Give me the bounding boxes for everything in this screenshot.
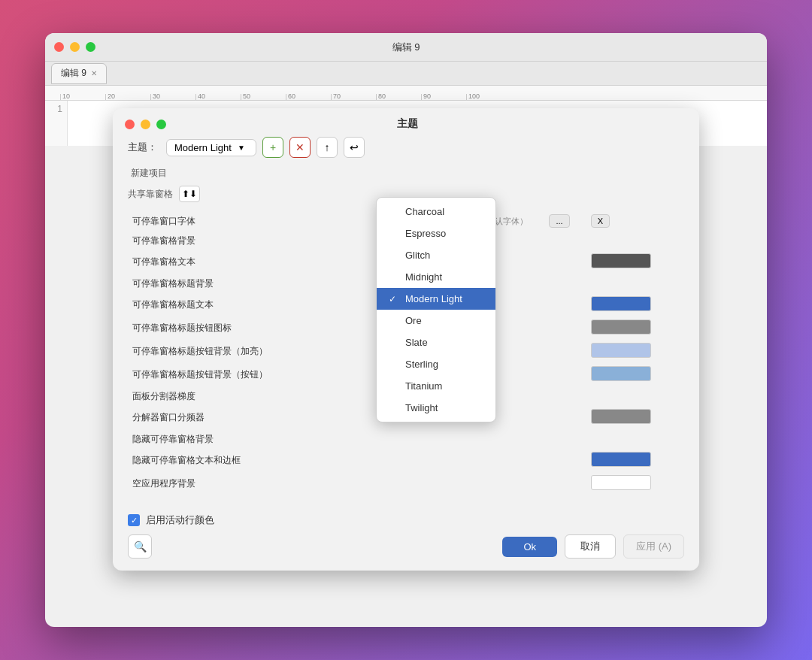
color-swatch-cell[interactable] — [586, 316, 684, 340]
theme-selector[interactable]: Modern Light ▼ — [166, 139, 256, 156]
dialog-maximize-button[interactable] — [156, 120, 166, 129]
export-theme-button[interactable]: ↑ — [317, 137, 338, 158]
tab-close-icon[interactable]: ✕ — [91, 69, 97, 77]
dropdown-item-label: Slate — [405, 337, 428, 348]
traffic-lights — [54, 42, 95, 52]
dialog-minimize-button[interactable] — [141, 120, 150, 129]
title-bar: 编辑 9 — [45, 33, 767, 62]
ruler: 10 20 30 40 50 60 70 80 90 100 — [45, 86, 767, 101]
dropdown-item-label: Modern Light — [405, 293, 462, 304]
shared-window-stepper[interactable]: ⬆⬇ — [179, 186, 200, 202]
ruler-mark: 100 — [466, 94, 511, 100]
delete-theme-button[interactable]: ✕ — [289, 137, 311, 158]
color-swatch-white[interactable] — [591, 475, 651, 490]
ruler-mark: 40 — [195, 94, 241, 100]
tab-editor9[interactable]: 编辑 9 ✕ — [51, 63, 107, 84]
theme-dropdown-menu: Charcoal Espresso Glitch Midnight ✓ Mode… — [376, 197, 496, 422]
theme-row: 主题： Modern Light ▼ + ✕ ↑ ↩ — [128, 137, 684, 158]
ruler-mark: 30 — [150, 94, 195, 100]
color-swatch-dark-blue[interactable] — [591, 452, 651, 467]
search-button[interactable]: 🔍 — [128, 534, 152, 559]
shared-window-label: 共享靠窗格 — [128, 188, 173, 201]
dropdown-item-sterling[interactable]: Sterling — [377, 353, 495, 375]
dialog-bottom: ✓ 启用活动行颜色 🔍 Ok 取消 应用 (A) — [113, 507, 699, 571]
mac-window: 编辑 9 编辑 9 ✕ 10 20 30 40 50 60 70 80 90 1… — [45, 33, 767, 627]
tab-label: 编辑 9 — [61, 67, 86, 80]
dropdown-item-espresso[interactable]: Espresso — [377, 223, 495, 244]
dropdown-item-label: Midnight — [405, 271, 442, 283]
x-cell: X — [586, 211, 684, 231]
dropdown-item-twilight[interactable]: Twilight — [377, 397, 495, 419]
dropdown-item-midnight[interactable]: Midnight — [377, 266, 495, 288]
dropdown-item-label: Charcoal — [405, 206, 444, 217]
cancel-button[interactable]: 取消 — [565, 534, 616, 559]
dropdown-item-label: Glitch — [405, 250, 430, 261]
table-row: 隐藏可停靠窗格背景 — [128, 429, 684, 449]
dialog-titlebar: 主题 — [113, 108, 699, 137]
checkbox-row: ✓ 启用活动行颜色 — [128, 513, 684, 527]
search-icon: 🔍 — [134, 540, 147, 553]
theme-selected-value: Modern Light — [174, 142, 232, 153]
dialog-traffic-lights — [125, 120, 166, 129]
color-swatch-light-blue[interactable] — [591, 343, 651, 358]
window-title: 编辑 9 — [392, 41, 420, 54]
section-label: 新建项目 — [128, 167, 684, 180]
color-swatch-cell[interactable] — [586, 293, 684, 316]
ellipsis-button[interactable]: ... — [549, 214, 569, 228]
dropdown-item-label: Espresso — [405, 228, 446, 239]
color-row-label: 隐藏可停靠窗格背景 — [128, 429, 462, 449]
dropdown-item-label: Sterling — [405, 359, 438, 370]
table-row: 空应用程序背景 — [128, 472, 684, 495]
color-swatch-cell[interactable] — [586, 363, 684, 386]
color-swatch-cell[interactable] — [586, 340, 684, 363]
dialog-title: 主题 — [172, 117, 642, 131]
color-swatch-blue[interactable] — [591, 296, 651, 311]
ruler-mark: 60 — [286, 94, 331, 100]
ruler-mark: 50 — [241, 94, 286, 100]
active-row-color-label: 启用活动行颜色 — [146, 513, 214, 527]
ruler-mark: 70 — [331, 94, 376, 100]
undo-theme-button[interactable]: ↩ — [344, 137, 365, 158]
line-numbers: 1 — [45, 101, 68, 146]
ok-button[interactable]: Ok — [502, 537, 557, 557]
color-swatch-cell[interactable] — [586, 250, 684, 274]
ruler-mark: 10 — [60, 94, 105, 100]
dropdown-item-glitch[interactable]: Glitch — [377, 244, 495, 266]
table-row: 隐藏可停靠窗格文本和边框 — [128, 449, 684, 472]
ruler-mark: 20 — [105, 94, 150, 100]
color-swatch-gray[interactable] — [591, 319, 651, 335]
close-button[interactable] — [54, 42, 64, 52]
dropdown-item-titanium[interactable]: Titanium — [377, 375, 495, 397]
active-row-color-checkbox[interactable]: ✓ — [128, 514, 140, 526]
maximize-button[interactable] — [86, 42, 95, 52]
color-swatch-mid-blue[interactable] — [591, 366, 651, 381]
color-swatch-cell[interactable] — [586, 449, 684, 472]
color-swatch-dark[interactable] — [591, 253, 651, 268]
x-button[interactable]: X — [591, 214, 610, 228]
minimize-button[interactable] — [70, 42, 80, 52]
ruler-mark: 80 — [376, 94, 421, 100]
color-row-label: 空应用程序背景 — [128, 472, 462, 495]
new-item-label: 新建项目 — [131, 168, 167, 178]
dropdown-item-ore[interactable]: Ore — [377, 310, 495, 332]
check-mark-icon: ✓ — [389, 294, 399, 304]
ruler-mark: 90 — [421, 94, 466, 100]
dropdown-item-slate[interactable]: Slate — [377, 332, 495, 353]
chevron-down-icon: ▼ — [238, 144, 245, 152]
dropdown-item-label: Titanium — [405, 380, 442, 392]
dropdown-item-modern-light[interactable]: ✓ Modern Light — [377, 288, 495, 310]
tab-bar: 编辑 9 ✕ — [45, 62, 767, 86]
color-row-label: 隐藏可停靠窗格文本和边框 — [128, 449, 462, 472]
add-theme-button[interactable]: + — [262, 137, 283, 158]
color-swatch-cell[interactable] — [586, 406, 684, 429]
dropdown-item-label: Ore — [405, 315, 422, 326]
color-swatch-cell[interactable] — [586, 472, 684, 495]
dialog-close-button[interactable] — [125, 120, 135, 129]
dropdown-item-charcoal[interactable]: Charcoal — [377, 201, 495, 223]
color-swatch-gray2[interactable] — [591, 409, 651, 424]
dropdown-item-label: Twilight — [405, 402, 438, 413]
theme-label: 主题： — [128, 141, 157, 154]
apply-button[interactable]: 应用 (A) — [623, 534, 684, 559]
ellipsis-cell: ... — [544, 211, 586, 231]
button-row: 🔍 Ok 取消 应用 (A) — [128, 534, 684, 559]
